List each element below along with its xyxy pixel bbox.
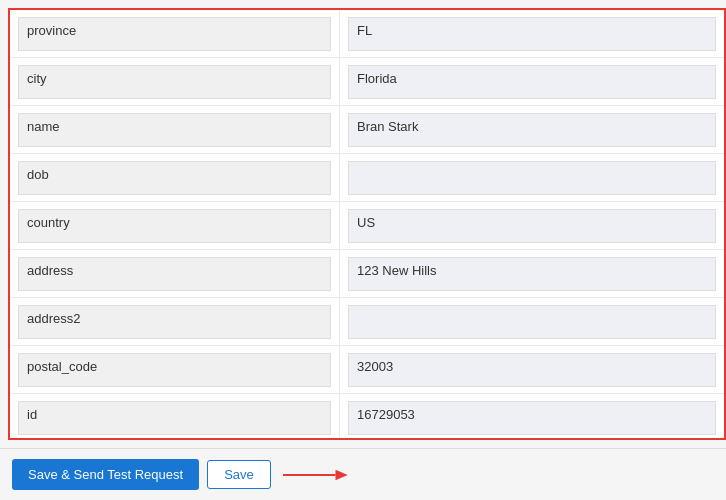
- field-value-textarea[interactable]: [348, 353, 716, 387]
- field-label-cell: [10, 10, 340, 57]
- field-label-input[interactable]: [18, 65, 331, 99]
- field-value-textarea[interactable]: [348, 209, 716, 243]
- footer: Save & Send Test Request Save: [0, 448, 726, 500]
- field-value-textarea[interactable]: [348, 257, 716, 291]
- field-value-cell: [340, 154, 724, 201]
- field-value-textarea[interactable]: [348, 305, 716, 339]
- field-value-textarea[interactable]: [348, 17, 716, 51]
- field-label-input[interactable]: [18, 17, 331, 51]
- table-row: [10, 250, 724, 298]
- table-row: [10, 394, 724, 440]
- save-send-button[interactable]: Save & Send Test Request: [12, 459, 199, 490]
- field-value-textarea[interactable]: [348, 161, 716, 195]
- field-label-input[interactable]: [18, 257, 331, 291]
- field-value-cell: [340, 346, 724, 393]
- table-row: [10, 10, 724, 58]
- save-button[interactable]: Save: [207, 460, 271, 489]
- field-value-cell: [340, 106, 724, 153]
- field-label-cell: [10, 202, 340, 249]
- field-label-input[interactable]: [18, 305, 331, 339]
- field-label-cell: [10, 106, 340, 153]
- field-label-input[interactable]: [18, 161, 331, 195]
- field-label-cell: [10, 346, 340, 393]
- field-value-cell: [340, 298, 724, 345]
- field-value-cell: [340, 10, 724, 57]
- svg-marker-1: [335, 469, 347, 480]
- field-value-cell: [340, 58, 724, 105]
- field-label-cell: [10, 298, 340, 345]
- table-row: [10, 298, 724, 346]
- arrow-icon: [283, 463, 353, 487]
- field-value-textarea[interactable]: [348, 113, 716, 147]
- field-value-cell: [340, 394, 724, 440]
- table-row: [10, 106, 724, 154]
- field-label-cell: [10, 394, 340, 440]
- field-value-textarea[interactable]: [348, 401, 716, 435]
- field-label-cell: [10, 250, 340, 297]
- main-container: [0, 0, 726, 448]
- field-label-cell: [10, 154, 340, 201]
- table-row: [10, 202, 724, 250]
- arrow-indicator: [283, 463, 353, 487]
- field-value-textarea[interactable]: [348, 65, 716, 99]
- form-wrapper[interactable]: [8, 8, 726, 440]
- field-label-input[interactable]: [18, 401, 331, 435]
- table-row: [10, 154, 724, 202]
- field-label-input[interactable]: [18, 209, 331, 243]
- table-row: [10, 58, 724, 106]
- field-value-cell: [340, 250, 724, 297]
- field-label-input[interactable]: [18, 353, 331, 387]
- table-row: [10, 346, 724, 394]
- field-label-input[interactable]: [18, 113, 331, 147]
- field-value-cell: [340, 202, 724, 249]
- field-label-cell: [10, 58, 340, 105]
